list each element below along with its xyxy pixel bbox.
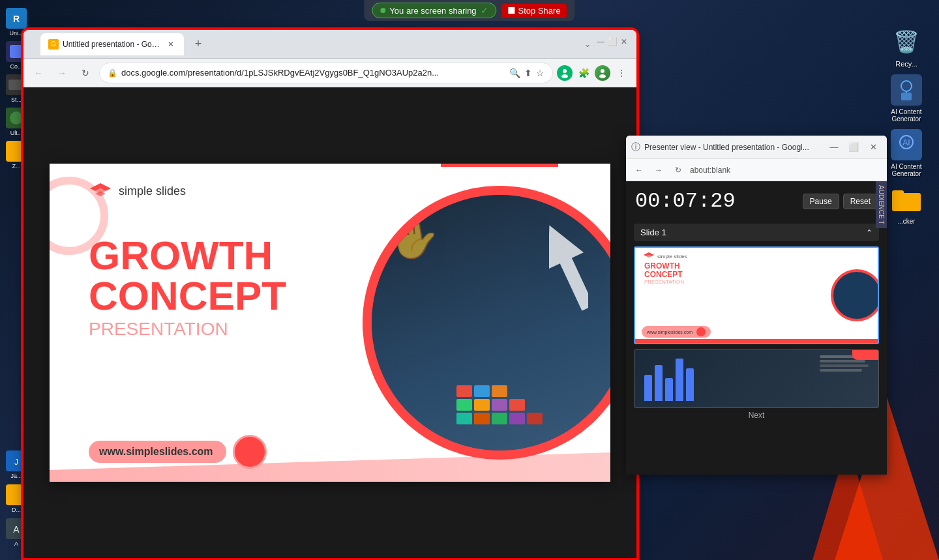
address-text: docs.google.com/presentation/d/1pLSJSkRD… (121, 68, 505, 78)
slide-circle-frame: ✋ (363, 186, 610, 460)
mini-url-dot (696, 327, 706, 336)
presenter-view-window: ⓘ Presenter view - Untitled presentation… (626, 136, 887, 475)
svg-rect-12 (10, 45, 23, 58)
desktop-icon-ai1[interactable]: AI Content Generator (880, 74, 932, 123)
back-button[interactable]: ← (29, 63, 48, 83)
left-label-1: Co... (10, 63, 22, 70)
tab-title: Untitled presentation - Google S (63, 40, 162, 49)
mini-bottom-stripe (635, 339, 878, 343)
info-icon: ⓘ (631, 141, 640, 153)
presenter-restore[interactable]: ⬜ (845, 139, 862, 156)
browser-tab-bar: G Untitled presentation - Google S ✕ + ⌄… (23, 30, 636, 59)
svg-point-28 (601, 69, 604, 73)
presenter-minimize[interactable]: — (826, 139, 842, 156)
folder-icon (891, 184, 922, 215)
slide-image-area: ✋ (310, 164, 610, 482)
stop-share-button[interactable]: Stop Share (502, 4, 567, 18)
minimize-button[interactable]: — (596, 37, 605, 46)
arrow-element (549, 221, 588, 312)
slide-url-background: www.simpleslides.com (89, 441, 226, 463)
svg-text:AI: AI (902, 138, 910, 147)
svg-text:J: J (14, 458, 18, 467)
tab-close-button[interactable]: ✕ (166, 39, 176, 50)
svg-marker-33 (549, 221, 588, 312)
presenter-forward[interactable]: → (651, 162, 666, 178)
bookmark-icon: ☆ (536, 68, 544, 78)
stop-share-label: Stop Share (518, 6, 561, 16)
tab-list-dropdown[interactable]: ⌄ (582, 37, 593, 52)
desktop-icons-right: 🗑️ Recy... AI Content Generator A (880, 26, 932, 225)
left-label-0: Uni... (9, 30, 23, 37)
mini-logo: simple slides (643, 252, 687, 261)
maximize-button[interactable]: ⬜ (608, 37, 617, 46)
presenter-address: about:blank (690, 166, 730, 175)
audience-tab[interactable]: AUDIENCE T (876, 181, 887, 228)
extensions-button[interactable]: 🧩 (574, 63, 593, 83)
svg-text:A: A (13, 524, 20, 535)
reset-button[interactable]: Reset (843, 194, 878, 209)
address-bar[interactable]: 🔒 docs.google.com/presentation/d/1pLSJSk… (99, 63, 553, 83)
desktop-icon-recycle[interactable]: 🗑️ Recy... (880, 26, 932, 68)
recycle-bin-icon: 🗑️ (891, 26, 922, 57)
user-avatar[interactable] (595, 65, 610, 81)
next-label: Next (626, 411, 887, 424)
ai2-label: AI Content Generator (891, 163, 921, 177)
lock-icon: 🔒 (108, 68, 117, 78)
slide-url-bar: www.simpleslides.com (89, 435, 267, 469)
slide-circle-inner: ✋ (372, 195, 610, 450)
slide-select-arrow-icon: ⌃ (866, 228, 872, 237)
mini-url-bar: www.simpleslides.com (642, 326, 711, 338)
new-tab-button[interactable]: + (189, 35, 207, 53)
svg-rect-18 (8, 147, 24, 159)
desktop: You are screen sharing ✓ Stop Share 🗑️ R… (0, 0, 939, 560)
pause-button[interactable]: Pause (803, 194, 839, 209)
a-label: A (14, 540, 18, 547)
svg-rect-8 (892, 190, 904, 196)
next-slide-thumbnail (634, 349, 879, 408)
main-slide: simple slides GROWTH CONCEPT PRESENTATIO… (50, 164, 610, 482)
search-icon: 🔍 (509, 68, 520, 78)
presenter-title-text: Presenter view - Untitled presentation -… (644, 143, 822, 152)
slide-logo-name: simple slides (119, 184, 186, 198)
slide-title-line2: CONCEPT (89, 276, 323, 316)
slide-title-line1: GROWTH (89, 235, 323, 276)
next-slide-corner (852, 350, 878, 360)
close-button[interactable]: ✕ (619, 37, 629, 46)
presenter-refresh[interactable]: ↻ (670, 162, 686, 178)
screen-share-text: You are screen sharing (389, 6, 476, 16)
refresh-button[interactable]: ↻ (76, 63, 95, 83)
people-figures (591, 422, 610, 444)
ai2-icon: AI (891, 129, 922, 160)
presenter-close[interactable]: ✕ (865, 139, 882, 156)
svg-rect-23 (8, 490, 24, 501)
ai1-label: AI Content Generator (891, 108, 921, 123)
ai1-icon (891, 74, 922, 106)
left-label-2: St... (11, 96, 22, 103)
slide-url-circle (233, 435, 267, 469)
presenter-timer-area: 00:07:29 Pause Reset (626, 181, 887, 218)
nav-bar: ← → ↻ 🔒 docs.google.com/presentation/d/1… (23, 59, 636, 87)
desktop-icon-folder[interactable]: ...cker (880, 184, 932, 225)
stop-icon (509, 7, 515, 14)
svg-rect-2 (901, 93, 912, 100)
blocks-element (456, 385, 543, 424)
slide-logo-area: simple slides (89, 182, 186, 200)
forward-button[interactable]: → (52, 63, 72, 83)
svg-rect-7 (892, 193, 921, 211)
nav-actions: 🧩 ⋮ (557, 63, 631, 83)
tab-favicon: G (48, 39, 59, 50)
svg-rect-14 (8, 80, 24, 90)
share-dot (380, 8, 385, 13)
presenter-back[interactable]: ← (631, 162, 647, 178)
logo-icon (89, 182, 112, 200)
slide-select-dropdown[interactable]: Slide 1 ⌃ (634, 224, 879, 241)
recycle-bin-label: Recy... (895, 60, 917, 68)
more-menu-button[interactable]: ⋮ (612, 63, 631, 83)
browser-tab-active[interactable]: G Untitled presentation - Google S ✕ (40, 33, 184, 55)
slide-title-area: GROWTH CONCEPT PRESENTATION (89, 235, 323, 340)
mini-slide: simple slides GROWTH CONCEPT PRESENTATIO… (635, 248, 878, 343)
timer-buttons: Pause Reset (803, 194, 878, 209)
slide-subtitle: PRESENTATION (89, 319, 323, 340)
desktop-icon-ai2[interactable]: AI AI Content Generator (880, 129, 932, 177)
svg-point-29 (599, 74, 606, 78)
